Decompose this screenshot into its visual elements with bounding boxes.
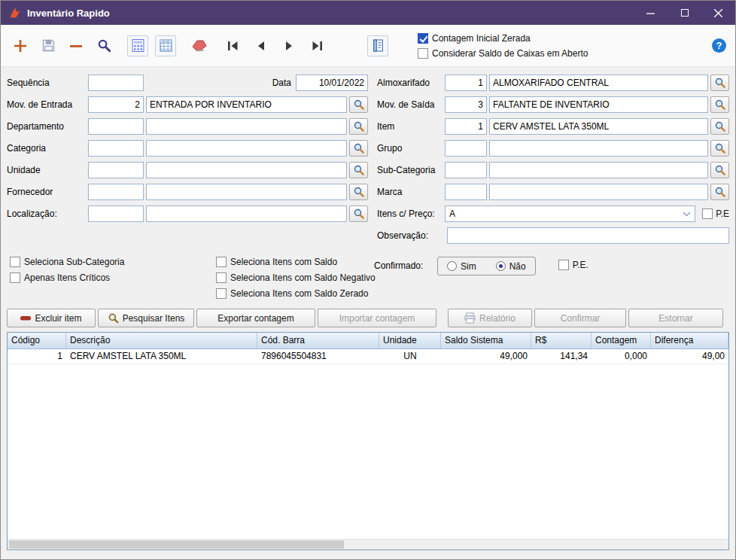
localizacao-lookup-button[interactable] [349,205,368,222]
horizontal-scrollbar[interactable] [8,539,728,549]
column-header-contagem[interactable]: Contagem [592,333,651,348]
column-header-diferenca[interactable]: Diferença [651,333,728,348]
checkbox-considerar-saldo-caixas[interactable]: Considerar Saldo de Caixas em Aberto [418,48,588,59]
calculator-button[interactable] [127,35,148,56]
nav-first-button[interactable] [223,35,244,56]
checkbox-box [216,257,227,267]
close-button[interactable] [701,1,735,25]
categoria-lookup-button[interactable] [349,140,368,157]
sub-categoria-desc-input[interactable] [489,162,708,178]
minimize-button[interactable] [634,1,668,25]
excluir-item-button[interactable]: Excluir item [7,309,96,327]
scrollbar-thumb[interactable] [9,540,344,549]
mov-entrada-code-input[interactable] [88,96,144,113]
mov-saida-desc-input[interactable] [489,96,708,113]
item-lookup-button[interactable] [710,118,729,135]
eraser-button[interactable] [189,35,210,56]
nav-next-icon [284,41,294,51]
mov-entrada-desc-input[interactable] [146,96,347,113]
row-item: Item [377,118,729,135]
checkbox-seleciona-sub-categoria[interactable]: Seleciona Sub-Categoria [10,257,216,267]
mov-saida-code-input[interactable] [445,96,487,113]
radio-sim[interactable]: Sim [447,261,476,272]
delete-button[interactable] [65,35,87,56]
estornar-button[interactable]: Estornar [628,309,723,327]
departamento-lookup-button[interactable] [349,118,368,135]
checkbox-itens-saldo-zerado[interactable]: Seleciona Itens com Saldo Zerado [216,288,374,299]
almoxarifado-lookup-button[interactable] [710,75,729,91]
grupo-lookup-button[interactable] [710,140,729,157]
checkbox-contagem-inicial-zerada[interactable]: Contagem Inicial Zerada [418,33,588,44]
unidade-lookup-button[interactable] [349,162,368,178]
grupo-desc-input[interactable] [489,140,708,157]
categoria-label: Categoria [7,143,88,154]
checkbox-itens-saldo-negativo[interactable]: Seleciona Itens com Saldo Negativo [216,272,374,283]
lookup-magnifier-icon [353,164,365,176]
column-header-saldo-sistema[interactable]: Saldo Sistema [441,333,531,348]
printer-icon [464,312,476,324]
checkbox-box [558,260,569,270]
marca-lookup-button[interactable] [710,184,729,200]
nav-prev-button[interactable] [251,35,272,56]
item-code-input[interactable] [445,118,487,135]
checkbox-apenas-itens-criticos[interactable]: Apenas Itens Críticos [10,272,216,283]
checkbox-pe-confirmado[interactable]: P.E. [558,257,588,270]
departamento-desc-input[interactable] [146,118,347,135]
categoria-code-input[interactable] [88,140,144,157]
grupo-code-input[interactable] [445,140,487,157]
fornecedor-code-input[interactable] [88,184,144,200]
confirmar-button[interactable]: Confirmar [534,309,626,327]
grid-button[interactable] [155,35,176,56]
mov-saida-lookup-button[interactable] [710,96,729,113]
column-header-rs[interactable]: R$ [531,333,592,348]
save-button[interactable] [38,35,59,56]
unidade-code-input[interactable] [88,162,144,178]
column-header-unidade[interactable]: Unidade [379,333,441,348]
add-button[interactable] [10,35,31,56]
importar-contagem-button[interactable]: Importar contagem [318,309,436,327]
fornecedor-desc-input[interactable] [146,184,347,200]
departamento-code-input[interactable] [88,118,144,135]
sequencia-input[interactable] [88,75,144,91]
confirmado-label: Confirmado: [374,257,437,271]
mov-entrada-lookup-button[interactable] [349,96,368,113]
nav-last-button[interactable] [306,35,327,56]
categoria-desc-input[interactable] [146,140,347,157]
almoxarifado-code-input[interactable] [445,75,487,91]
localizacao-desc-input[interactable] [146,205,347,222]
titlebar: Inventário Rapido [1,1,735,25]
itens-preco-select[interactable]: A [445,205,695,222]
column-header-codigo[interactable]: Código [8,333,66,348]
radio-nao[interactable]: Não [496,261,526,272]
window-controls [634,1,735,25]
search-button[interactable] [93,35,114,56]
log-button[interactable] [367,35,388,56]
observacao-input[interactable] [447,227,729,244]
column-header-cod-barra[interactable]: Cód. Barra [257,333,379,348]
row-observacao: Observação: [377,227,729,244]
nav-next-button[interactable] [278,35,300,56]
localizacao-code-input[interactable] [88,205,144,222]
checkbox-itens-com-saldo[interactable]: Seleciona Itens com Saldo [216,257,374,267]
checkbox-box [10,272,20,283]
data-input[interactable] [296,75,368,91]
sub-categoria-code-input[interactable] [445,162,487,178]
marca-desc-input[interactable] [489,184,708,200]
item-desc-input[interactable] [489,118,708,135]
calculator-icon [132,39,144,52]
relatorio-button[interactable]: Relatório [448,309,532,327]
column-header-descricao[interactable]: Descrição [66,333,257,348]
pesquisar-itens-button[interactable]: Pesquisar Itens [98,309,194,327]
almoxarifado-desc-input[interactable] [489,75,708,91]
lookup-magnifier-icon [353,99,365,111]
table-row[interactable]: 1 CERV AMSTEL LATA 350ML 7896045504831 U… [8,349,728,364]
exportar-contagem-button[interactable]: Exportar contagem [196,309,315,327]
fornecedor-lookup-button[interactable] [349,184,368,200]
marca-code-input[interactable] [445,184,487,200]
lookup-magnifier-icon [714,164,726,176]
sub-categoria-lookup-button[interactable] [710,162,729,178]
maximize-button[interactable] [668,1,701,25]
help-button[interactable]: ? [712,38,726,53]
unidade-desc-input[interactable] [146,162,347,178]
checkbox-pe-itens-preco[interactable]: P.E [702,208,729,219]
